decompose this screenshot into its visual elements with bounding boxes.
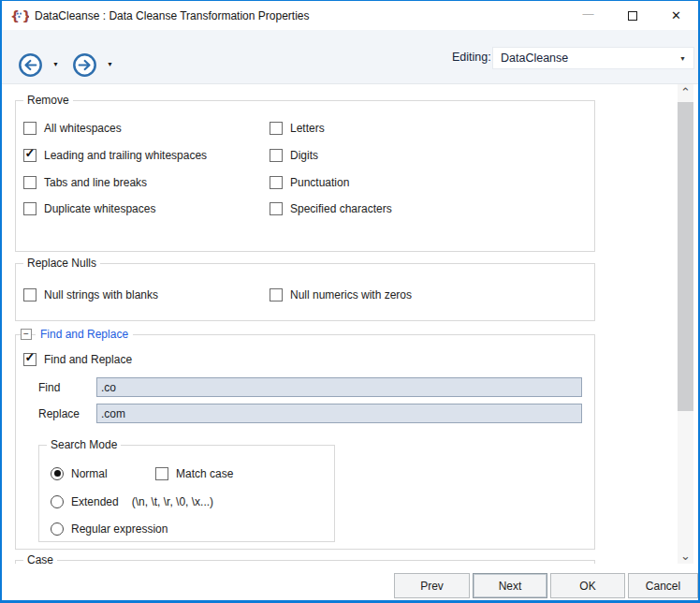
editing-transform-select[interactable]: DataCleanse ▼ — [492, 47, 694, 69]
checkbox-null-strings-with-blanks[interactable]: Null strings with blanks — [23, 287, 158, 302]
checkbox-punctuation[interactable]: Punctuation — [270, 175, 349, 189]
back-dropdown-caret[interactable]: ▼ — [52, 61, 59, 67]
properties-scroll-area: Remove All whitespaces ✓ Leading and tra… — [2, 84, 698, 564]
search-mode-group: Search Mode Normal Match case Extended (… — [38, 445, 335, 542]
checkbox-digits[interactable]: Digits — [270, 148, 318, 162]
minimize-button[interactable]: — — [566, 1, 610, 30]
find-and-replace-group: − Find and Replace ✓ Find and Replace Fi… — [15, 334, 595, 550]
chevron-down-icon: ⌄ — [680, 549, 691, 563]
dialog-window: { } DataCleanse : Data Cleanse Transform… — [0, 0, 700, 603]
checkbox-specified-characters[interactable]: Specified characters — [270, 201, 392, 215]
radio-label: Regular expression — [71, 522, 168, 536]
checkbox-box — [270, 149, 283, 162]
radio-button — [51, 495, 64, 508]
scroll-up-button[interactable]: ⌃ — [678, 84, 693, 100]
checkbox-box — [23, 122, 36, 135]
collapse-toggle-icon[interactable]: − — [21, 329, 32, 340]
minimize-icon: — — [583, 7, 594, 21]
close-icon: ✕ — [671, 8, 681, 22]
search-mode-group-title: Search Mode — [47, 438, 121, 451]
remove-group: Remove All whitespaces ✓ Leading and tra… — [15, 100, 595, 252]
checkbox-label: Letters — [290, 122, 325, 135]
scroll-down-button[interactable]: ⌄ — [678, 548, 693, 564]
replace-nulls-group-title: Replace Nulls — [23, 257, 100, 270]
checkbox-box — [155, 467, 168, 480]
checkbox-find-and-replace[interactable]: ✓ Find and Replace — [23, 352, 132, 366]
checkbox-label: Match case — [176, 467, 233, 480]
checkbox-leading-trailing-whitespaces[interactable]: ✓ Leading and trailing whitespaces — [23, 148, 207, 162]
radio-button — [51, 467, 64, 480]
replace-input[interactable] — [96, 404, 582, 423]
cancel-button[interactable]: Cancel — [628, 573, 698, 598]
radio-label: Normal — [71, 467, 108, 480]
dialog-footer: Prev Next OK Cancel — [2, 564, 698, 600]
radio-normal[interactable]: Normal — [51, 466, 108, 480]
checkbox-box: ✓ — [23, 353, 36, 366]
find-input[interactable] — [96, 377, 582, 397]
checkbox-box — [270, 176, 283, 189]
case-group-title: Case — [23, 553, 57, 564]
checkbox-box — [270, 202, 283, 215]
radio-extended[interactable]: Extended (\n, \t, \r, \0, \x...) — [51, 494, 213, 508]
checkbox-label: All whitespaces — [44, 122, 122, 135]
checkbox-box — [270, 288, 283, 302]
checkbox-label: Duplicate whitespaces — [44, 202, 155, 215]
checkbox-null-numerics-with-zeros[interactable]: Null numerics with zeros — [270, 287, 412, 302]
extended-hint: (\n, \t, \r, \0, \x...) — [132, 495, 213, 508]
find-and-replace-group-title[interactable]: Find and Replace — [36, 328, 133, 341]
checkbox-tabs-line-breaks[interactable]: Tabs and line breaks — [23, 175, 147, 189]
editing-selected-value: DataCleanse — [501, 51, 679, 65]
svg-text:}: } — [22, 8, 30, 22]
checkbox-label: Leading and trailing whitespaces — [44, 149, 207, 162]
replace-nulls-group: Replace Nulls Null strings with blanks N… — [15, 263, 595, 321]
chevron-up-icon: ⌃ — [680, 85, 691, 99]
checkbox-label: Null strings with blanks — [44, 288, 158, 302]
navigation-toolbar: ▼ ▼ Editing: DataCleanse ▼ — [2, 30, 698, 84]
checkbox-box — [23, 176, 36, 189]
checkbox-letters[interactable]: Letters — [270, 121, 325, 135]
app-braces-icon: { } — [10, 8, 29, 22]
radio-button — [51, 522, 64, 536]
ok-button[interactable]: OK — [550, 573, 625, 598]
checkbox-match-case[interactable]: Match case — [155, 466, 233, 480]
checkbox-duplicate-whitespaces[interactable]: Duplicate whitespaces — [23, 201, 155, 215]
checkbox-box: ✓ — [23, 149, 36, 162]
checkbox-box — [23, 288, 36, 302]
check-icon: ✓ — [25, 351, 36, 364]
checkbox-label: Tabs and line breaks — [44, 176, 147, 189]
checkbox-label: Null numerics with zeros — [290, 288, 412, 302]
prev-button[interactable]: Prev — [394, 573, 470, 598]
chevron-down-icon: ▼ — [679, 55, 686, 62]
scrollbar-thumb[interactable] — [678, 102, 693, 411]
close-button[interactable]: ✕ — [654, 1, 698, 30]
title-bar: { } DataCleanse : Data Cleanse Transform… — [2, 1, 698, 30]
back-button[interactable] — [18, 52, 43, 78]
checkbox-all-whitespaces[interactable]: All whitespaces — [23, 121, 122, 135]
radio-label: Extended — [71, 495, 119, 508]
next-button[interactable]: Next — [473, 573, 547, 598]
find-row: Find — [38, 377, 582, 397]
checkbox-label: Digits — [290, 149, 318, 162]
checkbox-box — [270, 122, 283, 135]
replace-label: Replace — [38, 407, 96, 420]
find-label: Find — [38, 381, 96, 394]
remove-group-title: Remove — [23, 94, 73, 107]
forward-dropdown-caret[interactable]: ▼ — [107, 61, 113, 67]
checkbox-label: Specified characters — [290, 202, 392, 215]
replace-row: Replace — [38, 404, 582, 423]
forward-button[interactable] — [72, 52, 97, 78]
svg-text:{: { — [10, 8, 20, 22]
maximize-button[interactable] — [610, 1, 654, 30]
window-title: DataCleanse : Data Cleanse Transformatio… — [35, 9, 309, 22]
checkbox-label: Find and Replace — [44, 353, 132, 366]
maximize-icon — [628, 11, 637, 21]
window-controls: — ✕ — [566, 1, 698, 30]
radio-regular-expression[interactable]: Regular expression — [51, 522, 168, 536]
vertical-scrollbar[interactable]: ⌃ ⌄ — [678, 84, 693, 564]
checkbox-box — [23, 202, 36, 215]
checkbox-label: Punctuation — [290, 176, 349, 189]
check-icon: ✓ — [25, 147, 36, 160]
editing-label: Editing: — [452, 51, 491, 64]
